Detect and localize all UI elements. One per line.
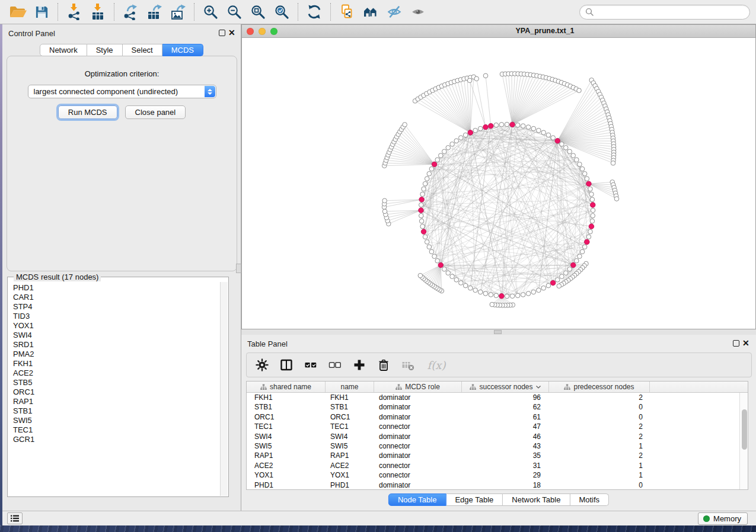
tab-mcds[interactable]: MCDS — [162, 44, 203, 56]
ring-node[interactable] — [560, 274, 564, 279]
ring-node[interactable] — [546, 133, 551, 137]
mcds-hub-node[interactable] — [570, 262, 576, 268]
table-cell[interactable]: 0 — [549, 402, 650, 412]
network-graph[interactable] — [242, 38, 755, 329]
table-cell[interactable]: 1 — [549, 470, 650, 480]
mcds-result-item[interactable]: PMA2 — [13, 350, 220, 359]
leaf-node[interactable] — [382, 198, 387, 203]
mcds-result-item[interactable]: TEC1 — [13, 425, 220, 435]
leaf-node[interactable] — [483, 73, 488, 78]
network-canvas[interactable] — [242, 38, 755, 329]
leaf-node[interactable] — [614, 197, 619, 201]
ring-node[interactable] — [425, 177, 429, 181]
zoom-fit-button[interactable] — [246, 1, 270, 23]
ring-node[interactable] — [575, 258, 579, 263]
leaf-node[interactable] — [403, 123, 407, 127]
table-cell[interactable]: SWI4 — [326, 432, 374, 441]
table-cell[interactable]: YOX1 — [247, 470, 326, 480]
ring-node[interactable] — [546, 283, 551, 288]
ring-node[interactable] — [459, 281, 464, 286]
leaf-node[interactable] — [418, 273, 423, 278]
float-panel-icon[interactable] — [219, 30, 225, 36]
table-cell[interactable]: dominator — [374, 412, 462, 422]
column-header-name[interactable]: name — [326, 382, 374, 392]
table-row[interactable]: SWI4SWI4dominator462 — [247, 432, 739, 441]
save-session-button[interactable] — [30, 1, 53, 23]
ring-node[interactable] — [468, 286, 473, 290]
table-cell[interactable]: 18 — [462, 480, 549, 489]
table-cell[interactable]: 43 — [462, 441, 549, 451]
ring-node[interactable] — [563, 271, 568, 275]
close-panel-icon[interactable]: ✕ — [228, 30, 236, 37]
table-cell[interactable]: TEC1 — [326, 422, 374, 431]
mcds-hub-node[interactable] — [585, 239, 590, 245]
table-cell[interactable]: 2 — [549, 432, 650, 441]
ring-node[interactable] — [483, 291, 488, 296]
ring-node[interactable] — [567, 267, 572, 271]
table-cell[interactable]: SWI5 — [326, 441, 374, 451]
mcds-result-item[interactable]: ORC1 — [13, 387, 220, 397]
import-table-button[interactable] — [86, 1, 110, 23]
table-cell[interactable]: RAP1 — [326, 451, 374, 460]
export-image-button[interactable] — [166, 1, 190, 23]
ring-node[interactable] — [442, 267, 446, 271]
table-cell[interactable]: 0 — [549, 480, 650, 489]
ring-node[interactable] — [435, 158, 440, 162]
ring-node[interactable] — [499, 122, 504, 127]
ring-node[interactable] — [510, 294, 515, 299]
table-cell[interactable]: TEC1 — [247, 422, 326, 431]
clone-network-button[interactable] — [335, 1, 359, 23]
table-cell[interactable]: FKH1 — [326, 393, 374, 402]
ring-node[interactable] — [586, 235, 591, 239]
ring-node[interactable] — [588, 187, 593, 191]
leaf-node[interactable] — [474, 76, 479, 81]
table-tab-motifs[interactable]: Motifs — [570, 493, 609, 506]
mcds-hub-node[interactable] — [550, 280, 556, 286]
ring-node[interactable] — [427, 245, 432, 249]
table-cell[interactable]: dominator — [374, 393, 462, 402]
table-cell[interactable]: dominator — [374, 402, 462, 412]
export-table-button[interactable] — [142, 1, 166, 23]
table-cell[interactable]: 62 — [462, 402, 549, 412]
table-cell[interactable]: SWI4 — [247, 432, 326, 441]
ring-node[interactable] — [429, 249, 434, 254]
ring-node[interactable] — [505, 122, 509, 127]
table-cell[interactable]: 46 — [462, 432, 549, 441]
ring-node[interactable] — [494, 293, 499, 298]
mcds-hub-node[interactable] — [419, 208, 424, 213]
table-cell[interactable]: dominator — [374, 432, 462, 441]
table-cell[interactable]: ORC1 — [326, 412, 374, 422]
table-row[interactable]: RAP1RAP1dominator352 — [247, 451, 739, 460]
mcds-result-item[interactable]: GCR1 — [13, 435, 220, 444]
ring-node[interactable] — [446, 145, 451, 150]
ring-node[interactable] — [537, 128, 541, 133]
mcds-hub-node[interactable] — [510, 122, 515, 127]
ring-node[interactable] — [425, 240, 429, 245]
export-network-button[interactable] — [119, 1, 142, 23]
table-cell[interactable]: 47 — [462, 422, 549, 431]
ring-node[interactable] — [494, 123, 499, 127]
zoom-selected-button[interactable] — [270, 1, 294, 23]
ring-node[interactable] — [438, 153, 443, 158]
close-panel-button[interactable]: Close panel — [125, 105, 186, 119]
table-cell[interactable]: connector — [374, 461, 462, 470]
ring-node[interactable] — [505, 294, 509, 299]
table-cell[interactable]: FKH1 — [247, 393, 326, 402]
ring-node[interactable] — [551, 136, 556, 140]
ring-node[interactable] — [531, 290, 536, 294]
ring-node[interactable] — [450, 274, 455, 279]
leaf-node[interactable] — [467, 78, 472, 83]
ring-node[interactable] — [454, 278, 459, 283]
table-cell[interactable]: PHD1 — [247, 480, 326, 489]
table-cell[interactable]: 1 — [549, 441, 650, 451]
table-cell[interactable]: ORC1 — [247, 412, 326, 422]
ring-node[interactable] — [521, 124, 525, 129]
mcds-hub-node[interactable] — [483, 124, 489, 130]
ring-node[interactable] — [419, 219, 424, 223]
mcds-hub-node[interactable] — [438, 262, 444, 268]
ring-node[interactable] — [526, 125, 531, 130]
ring-node[interactable] — [590, 219, 595, 223]
mcds-hub-node[interactable] — [419, 197, 425, 203]
search-field[interactable] — [579, 5, 750, 20]
table-cell[interactable]: 35 — [462, 451, 549, 460]
